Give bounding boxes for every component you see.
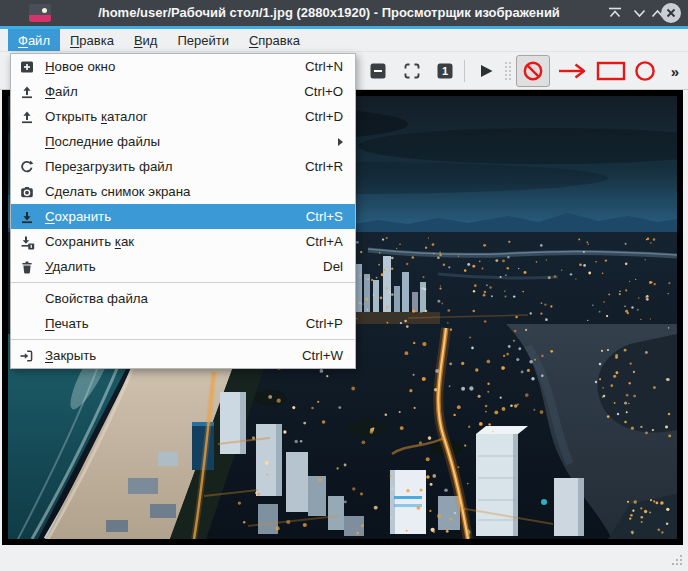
shortcut-label: Ctrl+R (305, 159, 343, 174)
minimize-button[interactable] (629, 3, 649, 23)
red-circle-icon (634, 60, 656, 82)
toolbar-separator (464, 60, 465, 82)
close-button[interactable] (661, 3, 681, 23)
menu-item-recent-files[interactable]: Последние файлы (11, 129, 355, 154)
menu-item-delete[interactable]: Удалить Del (11, 254, 355, 279)
annotate-rectangle-button[interactable] (596, 60, 626, 82)
menu-item-label: Сохранить как (45, 234, 288, 249)
menu-item-label: Печать (45, 316, 288, 331)
menu-item-label: Файл (45, 84, 286, 99)
menu-item-open-file[interactable]: Файл Ctrl+O (11, 79, 355, 104)
shortcut-label: Ctrl+W (302, 348, 343, 363)
menu-separator (11, 339, 355, 340)
open-file-icon (19, 84, 35, 100)
image-viewer-window: /home/user/Рабочий стол/1.jpg (2880x1920… (0, 0, 688, 571)
menu-item-print[interactable]: Печать Ctrl+P (11, 311, 355, 336)
menu-item-label: Открыть каталог (45, 109, 287, 124)
shortcut-label: Ctrl+P (306, 316, 343, 331)
exit-icon (19, 348, 35, 364)
titlebar: /home/user/Рабочий стол/1.jpg (2880x1920… (0, 0, 688, 26)
menubar-item-edit[interactable]: Правка (60, 29, 124, 51)
zoom-out-button[interactable] (369, 62, 387, 80)
shortcut-label: Ctrl+N (305, 59, 343, 74)
trash-icon (19, 259, 35, 275)
file-menu-popup: Новое окно Ctrl+N Файл Ctrl+O Открыть ка… (10, 53, 356, 369)
menu-item-file-properties[interactable]: Свойства файла (11, 286, 355, 311)
window-title: /home/user/Рабочий стол/1.jpg (2880x1920… (60, 0, 598, 26)
menu-item-label: Перезагрузить файл (45, 159, 287, 174)
menu-item-label: Новое окно (45, 59, 287, 74)
menu-item-label: Свойства файла (45, 291, 325, 306)
menu-item-reload[interactable]: Перезагрузить файл Ctrl+R (11, 154, 355, 179)
submenu-arrow-icon (338, 138, 343, 146)
no-entry-icon (522, 60, 544, 82)
drag-handle-icon (504, 61, 512, 81)
menu-item-screenshot[interactable]: Сделать снимок экрана (11, 179, 355, 204)
shortcut-label: Ctrl+D (305, 109, 343, 124)
menu-item-save-as[interactable]: Сохранить как Ctrl+A (11, 229, 355, 254)
menu-item-label: Последние файлы (45, 134, 338, 149)
menu-item-label: Сделать снимок экрана (45, 184, 325, 199)
toolbar-overflow-button[interactable]: » (664, 52, 686, 90)
shortcut-label: Ctrl+O (304, 84, 343, 99)
menu-item-label: Удалить (45, 259, 305, 274)
actual-size-icon: 1 (436, 62, 454, 80)
shortcut-label: Ctrl+A (306, 234, 343, 249)
menu-separator (11, 282, 355, 283)
menu-item-close[interactable]: Закрыть Ctrl+W (11, 343, 355, 368)
menubar-item-help[interactable]: Справка (239, 29, 310, 51)
annotate-none-button[interactable] (516, 55, 550, 87)
open-folder-icon (19, 109, 35, 125)
menu-item-label: Сохранить (45, 209, 288, 224)
close-icon (661, 3, 681, 23)
zoom-out-icon (369, 62, 387, 80)
svg-text:1: 1 (442, 65, 448, 77)
shortcut-label: Del (323, 259, 343, 274)
resize-grip[interactable] (670, 553, 684, 567)
screenshot-icon (19, 184, 35, 200)
statusbar (0, 545, 688, 571)
app-icon (29, 4, 51, 22)
keep-above-button[interactable] (605, 3, 625, 23)
new-window-icon (19, 59, 35, 75)
red-rectangle-icon (596, 60, 626, 82)
menu-item-label: Закрыть (45, 348, 284, 363)
slideshow-play-button[interactable] (477, 62, 495, 80)
menu-item-save[interactable]: Сохранить Ctrl+S (11, 204, 355, 229)
red-arrow-icon (556, 60, 588, 82)
menubar-item-file[interactable]: Файл (8, 29, 60, 51)
menu-item-open-folder[interactable]: Открыть каталог Ctrl+D (11, 104, 355, 129)
play-icon (477, 62, 495, 80)
annotate-arrow-button[interactable] (556, 60, 588, 82)
menubar-item-go[interactable]: Перейти (167, 29, 239, 51)
fit-to-window-button[interactable] (403, 62, 421, 80)
menu-item-new-window[interactable]: Новое окно Ctrl+N (11, 54, 355, 79)
toolbar-drag-handle[interactable] (504, 61, 512, 81)
shortcut-label: Ctrl+S (306, 209, 343, 224)
save-icon (19, 209, 35, 225)
menubar: Файл Правка Вид Перейти Справка (0, 29, 688, 52)
actual-size-button[interactable]: 1 (436, 62, 454, 80)
menubar-item-view[interactable]: Вид (124, 29, 168, 51)
save-as-icon (19, 234, 35, 250)
annotate-ellipse-button[interactable] (634, 60, 656, 82)
fit-to-window-icon (403, 62, 421, 80)
reload-icon (19, 159, 35, 175)
